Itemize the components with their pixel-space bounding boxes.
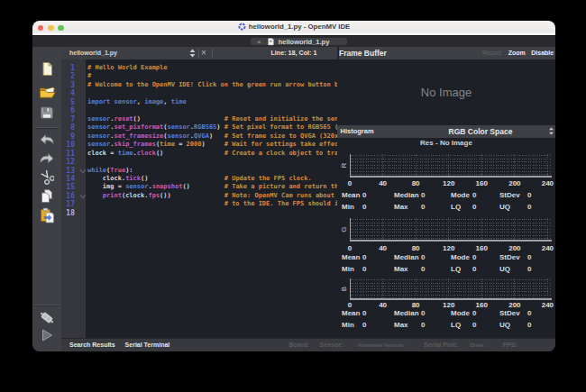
- tick-label: 80: [402, 179, 429, 187]
- code-line: # Hello World Example: [87, 64, 337, 72]
- stat-value-stdev: 0: [527, 191, 531, 199]
- sidebar-divider: [34, 127, 60, 128]
- play-icon: [40, 328, 54, 342]
- tick-label: 40: [370, 179, 397, 187]
- code-line: sensor.set_framesize(sensor.QVGA) # Set …: [87, 132, 337, 141]
- code-line: print(clock.fps()) # Note: OpenMV Cam ru…: [87, 192, 337, 200]
- open-file-button[interactable]: [32, 84, 61, 99]
- start-script-button[interactable]: [32, 328, 61, 342]
- stat-label-lq: LQ: [451, 321, 461, 329]
- line-number: 2: [61, 72, 75, 80]
- code-line: [87, 209, 337, 217]
- tick-label: 200: [501, 179, 528, 187]
- cut-button[interactable]: [32, 169, 61, 185]
- tick-label: 0: [336, 244, 363, 252]
- copy-button[interactable]: [32, 188, 61, 204]
- code-line: [87, 89, 337, 97]
- line-number: 11: [61, 150, 75, 158]
- code-line: sensor.skip_frames(time = 2000) # Wait f…: [87, 141, 337, 149]
- stat-value-lq: 0: [472, 203, 476, 211]
- sidebar-divider: [34, 305, 60, 305]
- save-file-button[interactable]: [32, 105, 61, 120]
- code-line: [87, 106, 337, 114]
- fold-marker[interactable]: [79, 192, 87, 200]
- stat-label-max: Max: [394, 265, 408, 273]
- stat-value-max: 0: [421, 321, 425, 329]
- histogram-plot-B: [350, 278, 552, 301]
- histogram-title: Histogram: [341, 125, 374, 138]
- stat-value-uq: 0: [527, 265, 531, 273]
- tick-label: 200: [501, 244, 528, 252]
- titlebar[interactable]: helloworld_1.py - OpenMV IDE: [32, 21, 555, 35]
- stat-value-max: 0: [421, 265, 425, 273]
- line-number: 5: [61, 98, 75, 106]
- paste-icon: [40, 207, 55, 223]
- redo-button[interactable]: [32, 152, 61, 165]
- line-number: 1: [61, 64, 75, 72]
- line-number: 9: [61, 132, 75, 141]
- window-title: helloworld_1.py - OpenMV IDE: [249, 23, 351, 31]
- code-line: import sensor, image, time: [87, 98, 337, 106]
- stat-label-max: Max: [394, 321, 408, 329]
- stat-label-max: Max: [394, 203, 408, 211]
- tick-label: 80: [402, 244, 429, 252]
- tick-label: 240: [534, 244, 555, 252]
- code-text: # Hello World Example## Welcome to the O…: [87, 64, 337, 217]
- line-number: 12: [61, 158, 75, 166]
- toolbar-separator: [212, 49, 213, 58]
- undo-button[interactable]: [32, 133, 61, 146]
- desktop-background: helloworld_1.py - OpenMV IDE × helloworl…: [0, 0, 586, 392]
- paste-button[interactable]: [32, 207, 61, 223]
- line-numbers: 123456789101112131415161718: [61, 64, 75, 217]
- tick-label: 40: [370, 244, 397, 252]
- document-dropdown-icon[interactable]: [188, 48, 197, 59]
- line-number: 17: [61, 200, 75, 208]
- stat-value-mean: 0: [362, 191, 366, 199]
- code-editor[interactable]: 123456789101112131415161718 # Hello Worl…: [61, 59, 337, 338]
- zoom-button[interactable]: Zoom: [508, 47, 526, 59]
- status-bar: Search Results Serial Terminal Board: Se…: [61, 338, 555, 351]
- stat-value-mode: 0: [472, 253, 476, 261]
- save-icon: [40, 105, 54, 120]
- tick-label: 40: [370, 301, 397, 309]
- toolbar-sidebar: [32, 47, 61, 351]
- code-line: clock.tick() # Update the FPS clock.: [87, 175, 337, 183]
- new-file-button[interactable]: [32, 61, 61, 77]
- color-space-dropdown-icon[interactable]: [548, 127, 554, 135]
- connect-button[interactable]: [32, 310, 61, 325]
- search-results-tab[interactable]: Search Results: [69, 342, 115, 348]
- channel-label-G: G: [340, 224, 348, 233]
- histogram-header: Histogram RGB Color Space: [337, 125, 555, 138]
- code-line: [87, 158, 337, 166]
- editor-toolbar: helloworld_1.py × Line: 18, Col: 1: [61, 47, 337, 59]
- serial-terminal-tab[interactable]: Serial Terminal: [125, 342, 170, 348]
- stat-label-min: Min: [342, 321, 354, 329]
- titlebar-divider: [32, 35, 555, 36]
- open-folder-icon: [39, 84, 56, 99]
- sensor-label: Sensor:: [320, 339, 343, 351]
- line-number: 13: [61, 167, 75, 175]
- close-document-button[interactable]: ×: [198, 47, 209, 59]
- line-number: 10: [61, 141, 75, 149]
- code-line: # to the IDE. The FPS should increase on…: [87, 200, 337, 208]
- stat-value-min: 0: [362, 203, 366, 211]
- stat-label-uq: UQ: [499, 203, 510, 211]
- color-space-select[interactable]: RGB Color Space: [408, 125, 553, 138]
- line-col-indicator: Line: 18, Col: 1: [270, 47, 316, 59]
- stat-label-mode: Mode: [451, 191, 470, 199]
- stat-value-mode: 0: [472, 309, 476, 317]
- fold-marker[interactable]: [79, 167, 87, 175]
- open-document-selector[interactable]: helloworld_1.py: [69, 47, 117, 59]
- stat-label-uq: UQ: [499, 321, 510, 329]
- code-line: img = sensor.snapshot() # Take a picture…: [87, 183, 337, 191]
- line-number: 7: [61, 115, 75, 123]
- code-line: while(True):: [87, 167, 337, 175]
- tab-close-icon[interactable]: ×: [257, 38, 261, 46]
- stat-value-stdev: 0: [527, 309, 531, 317]
- stat-label-uq: UQ: [499, 265, 510, 273]
- line-number-gutter: 123456789101112131415161718: [61, 59, 86, 338]
- stat-value-uq: 0: [527, 203, 531, 211]
- document-tab[interactable]: × helloworld_1.py: [251, 38, 347, 45]
- record-button[interactable]: Record: [482, 47, 501, 59]
- disable-button[interactable]: Disable: [531, 47, 554, 59]
